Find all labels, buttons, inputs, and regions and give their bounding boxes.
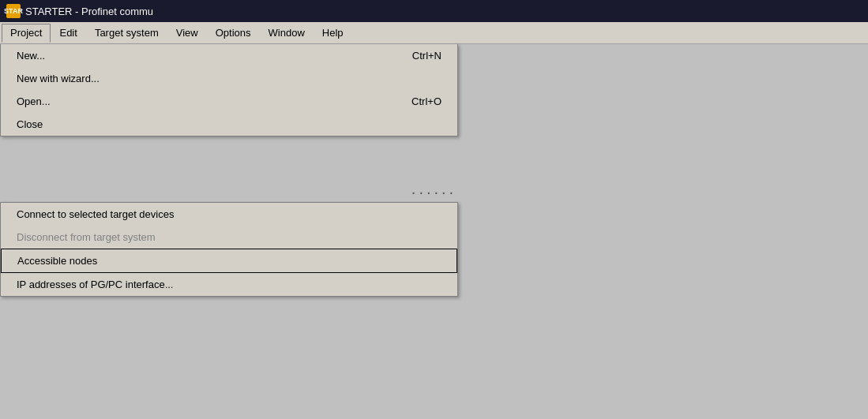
menu-open-label: Open... (17, 95, 51, 107)
menu-bar: Project Edit Target system View Options … (0, 22, 868, 44)
dropdown-bottom: Connect to selected target devices Disco… (0, 202, 458, 297)
title-bar-text: STARTER - Profinet commu (25, 6, 153, 17)
menu-ip-addresses[interactable]: IP addresses of PG/PC interface... (1, 273, 457, 296)
menu-new-label: New... (17, 50, 45, 62)
menu-open[interactable]: Open... Ctrl+O (1, 90, 457, 113)
menu-ip-addresses-label: IP addresses of PG/PC interface... (17, 279, 173, 290)
menu-item-help[interactable]: Help (314, 24, 352, 43)
menu-open-shortcut: Ctrl+O (411, 95, 442, 107)
dots-separator: ...... (0, 177, 868, 200)
dropdown-top: New... Ctrl+N New with wizard... Open...… (0, 44, 458, 137)
menu-new[interactable]: New... Ctrl+N (1, 44, 457, 67)
menu-close-label: Close (17, 118, 43, 130)
menu-item-options[interactable]: Options (207, 24, 260, 43)
menu-connect[interactable]: Connect to selected target devices (1, 203, 457, 226)
menu-close[interactable]: Close (1, 113, 457, 136)
menu-new-wizard-label: New with wizard... (17, 73, 100, 84)
menu-new-shortcut: Ctrl+N (412, 50, 442, 62)
menu-item-edit[interactable]: Edit (51, 24, 85, 43)
menu-item-target-system[interactable]: Target system (86, 24, 167, 43)
menu-item-project[interactable]: Project (2, 24, 51, 43)
menu-item-window[interactable]: Window (260, 24, 314, 43)
menu-connect-label: Connect to selected target devices (17, 208, 174, 220)
menu-disconnect-label: Disconnect from target system (17, 231, 156, 243)
menu-new-wizard[interactable]: New with wizard... (1, 67, 457, 90)
app-icon: STAR (6, 4, 21, 18)
menu-disconnect: Disconnect from target system (1, 226, 457, 249)
menu-accessible-nodes[interactable]: Accessible nodes (1, 249, 457, 273)
title-bar: STAR STARTER - Profinet commu (0, 0, 868, 22)
app-icon-text: STAR (4, 7, 23, 15)
menu-item-view[interactable]: View (167, 24, 207, 43)
menu-accessible-nodes-label: Accessible nodes (17, 255, 97, 267)
